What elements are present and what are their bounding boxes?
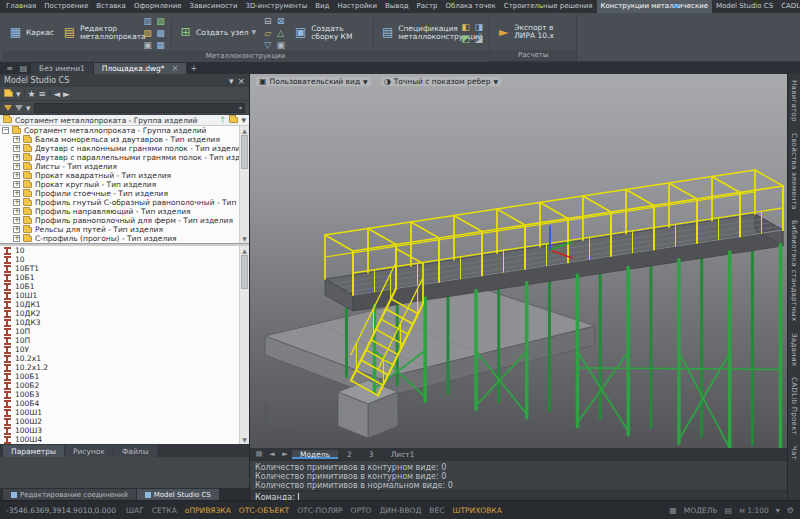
brace-tool-icon[interactable]: ▩: [155, 27, 166, 38]
favorites-star-icon[interactable]: ★: [28, 89, 36, 99]
status-toggle[interactable]: ШТРИХОВКА: [449, 506, 504, 515]
plate-tool-icon[interactable]: ▨: [142, 27, 153, 38]
document-tab[interactable]: Без имени1: [31, 63, 93, 74]
node-lock-icon[interactable]: ▣: [275, 39, 286, 50]
table-settings-icon[interactable]: ◪: [473, 33, 484, 44]
side-panel-tab[interactable]: CADLib Проект: [790, 377, 798, 435]
add-tab-icon[interactable]: +: [187, 63, 200, 74]
dock-tab[interactable]: Model Studio CS: [137, 489, 219, 500]
tree-item[interactable]: + Профиль направляющий - Тип изделия: [0, 207, 239, 216]
ribbon-tab[interactable]: Облака точек: [441, 0, 499, 13]
sheet-prev-icon[interactable]: ◄: [266, 450, 278, 458]
folder-up-icon[interactable]: [229, 117, 238, 123]
expand-icon[interactable]: +: [13, 145, 20, 152]
list-item[interactable]: 100Ш3: [0, 426, 239, 435]
list-item[interactable]: 100Б4: [0, 399, 239, 408]
status-toggle[interactable]: ОРТО: [348, 506, 375, 515]
list-item[interactable]: 10У: [0, 345, 239, 354]
scroll-up-icon[interactable]: ▲: [240, 246, 249, 255]
list-item[interactable]: 10ДК3: [0, 318, 239, 327]
steel-editor-button[interactable]: ▤ Редактор металлопроката: [60, 24, 138, 42]
library-dropdown-icon[interactable]: ▾: [16, 89, 21, 99]
expand-icon[interactable]: +: [13, 163, 20, 170]
node-list-icon[interactable]: △: [275, 27, 286, 38]
scroll-down-icon[interactable]: ▼: [240, 234, 249, 243]
ribbon-tab[interactable]: Строительные решения: [500, 0, 597, 13]
ribbon-tab[interactable]: Вывод: [381, 0, 413, 13]
annotation-scale-icon[interactable]: ▤: [725, 506, 733, 515]
list-scrollbar[interactable]: ▲ ▼: [239, 246, 249, 444]
status-toggle[interactable]: ОТС-ПОЛЯР: [294, 506, 345, 515]
tree-item[interactable]: + Прокат круглый - Тип изделия: [0, 180, 239, 189]
group-label-calc[interactable]: Расчеты: [490, 50, 576, 61]
tree-item[interactable]: + Двутавр с параллельными гранями полок …: [0, 153, 239, 162]
scroll-thumb[interactable]: [241, 135, 248, 169]
ribbon-tab[interactable]: Конструкции металлические: [597, 0, 713, 13]
list-item[interactable]: 10: [0, 246, 239, 255]
view-selector[interactable]: ▣ Пользовательский вид ▼: [256, 77, 371, 86]
up-level-icon[interactable]: ↑: [219, 115, 227, 125]
filter-funnel-icon[interactable]: [4, 105, 12, 111]
scroll-down-icon[interactable]: ▼: [240, 435, 249, 444]
weld-tool-icon[interactable]: ▦: [155, 39, 166, 50]
expand-icon[interactable]: +: [13, 226, 20, 233]
node-save-icon[interactable]: ▱: [262, 27, 273, 38]
tree-scrollbar[interactable]: ▲ ▼: [239, 126, 249, 243]
panel-tab[interactable]: Рисунок: [65, 445, 113, 457]
tree-item[interactable]: + Листы - Тип изделия: [0, 162, 239, 171]
ribbon-tab[interactable]: CADLib Проект: [777, 0, 800, 13]
status-toggle[interactable]: ШАГ: [123, 506, 147, 515]
ribbon-tab[interactable]: Растр: [413, 0, 442, 13]
tree-item[interactable]: + Рельсы для путей - Тип изделия: [0, 225, 239, 234]
command-console[interactable]: Количество примитивов в контурном виде: …: [250, 460, 787, 503]
side-panel-tab[interactable]: Свойства элемента: [790, 133, 798, 210]
list-item[interactable]: 100Ш2: [0, 417, 239, 426]
expand-icon[interactable]: +: [13, 172, 20, 179]
chevron-down-icon[interactable]: ▾: [776, 506, 780, 515]
tree-item[interactable]: + Двутавр с наклонными гранями полок - Т…: [0, 144, 239, 153]
filter-dropdown-icon[interactable]: ▾: [26, 103, 31, 113]
expand-icon[interactable]: +: [13, 208, 20, 215]
open-library-icon[interactable]: [4, 91, 13, 97]
expand-icon[interactable]: +: [13, 235, 20, 242]
list-item[interactable]: 100Б3: [0, 390, 239, 399]
status-toggle[interactable]: ВЕС: [426, 506, 447, 515]
layout-icon[interactable]: ▦: [669, 506, 677, 515]
karkas-button[interactable]: ▦ Каркас: [6, 24, 56, 41]
create-assembly-button[interactable]: ▣ Создать сборку КМ: [291, 24, 369, 42]
tree-item[interactable]: + Профиль гнутый С-образный равнополочны…: [0, 198, 239, 207]
model-space-button[interactable]: МОДЕЛЬ: [684, 506, 718, 515]
3d-model-canvas[interactable]: [250, 74, 787, 448]
panel-close-icon[interactable]: ×: [237, 76, 245, 86]
node-up-icon[interactable]: ▽: [262, 39, 273, 50]
panel-dropdown-icon[interactable]: ▾: [229, 76, 234, 86]
dock-tab[interactable]: Редактирование соединений: [3, 489, 136, 500]
list-item[interactable]: 10П: [0, 336, 239, 345]
tree-item[interactable]: + Профили стоечные - Тип изделия: [0, 189, 239, 198]
bolt-tool-icon[interactable]: ▣: [142, 39, 153, 50]
list-item[interactable]: 100Ш1: [0, 408, 239, 417]
status-toggle[interactable]: ОТС-ОБЪЕКТ: [236, 506, 292, 515]
tree-item[interactable]: + Профиль равнополочный для ферм - Тип и…: [0, 216, 239, 225]
group-label-metal[interactable]: Металлоконструкции: [2, 51, 489, 62]
document-tab[interactable]: Площадка.dwg*: [94, 63, 187, 74]
list-view-icon[interactable]: ≡: [39, 89, 47, 99]
back-arrow-icon[interactable]: ◄: [53, 89, 60, 99]
3d-viewport[interactable]: ▣ Пользовательский вид ▼ ◑ Точный с пока…: [250, 74, 787, 448]
list-item[interactable]: 10: [0, 255, 239, 264]
ribbon-tab[interactable]: Вставка: [92, 0, 130, 13]
status-toggle[interactable]: оПРИВЯЗКА: [182, 506, 234, 515]
list-item[interactable]: 100Б2: [0, 381, 239, 390]
tree-item[interactable]: + Прокат квадратный - Тип изделия: [0, 171, 239, 180]
sheet-tab[interactable]: 2: [339, 450, 360, 459]
scroll-up-icon[interactable]: ▲: [240, 126, 249, 135]
table-check-icon[interactable]: ◩: [460, 33, 471, 44]
table-export-icon[interactable]: ◧: [460, 21, 471, 32]
ribbon-tab[interactable]: Model Studio CS: [712, 0, 777, 13]
ribbon-tab[interactable]: Зависимости: [186, 0, 242, 13]
list-item[interactable]: 10П: [0, 327, 239, 336]
node-edit-icon[interactable]: ⊟: [262, 15, 273, 26]
sheet-grid-icon[interactable]: ▤: [253, 450, 265, 458]
sheet-next-icon[interactable]: ►: [279, 450, 291, 458]
side-panel-tab[interactable]: Библиотека стандартных: [790, 220, 798, 321]
